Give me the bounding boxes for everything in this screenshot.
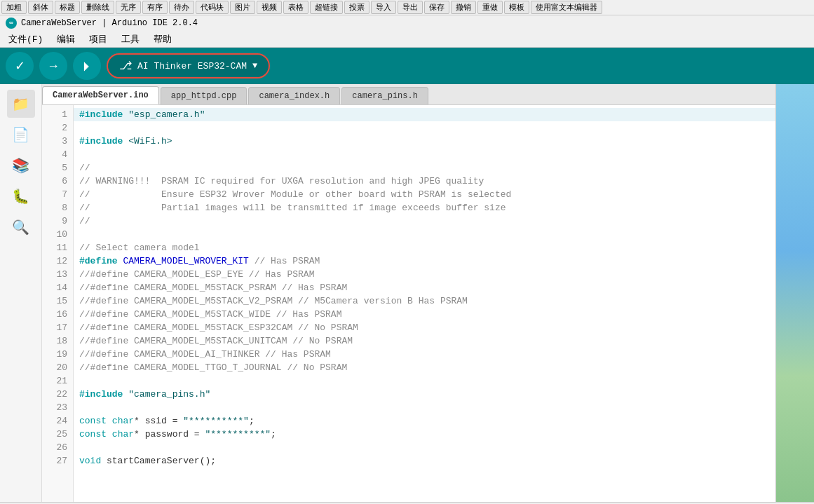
code-content[interactable]: #include "esp_camera.h" #include <WiFi.h…: [74, 105, 775, 502]
top-toolbar: 加粗 斜体 标题 删除线 无序 有序 待办 代码块 图片 视频 表格 超链接 投…: [0, 0, 814, 15]
sidebar-item-search[interactable]: 🔍: [7, 213, 35, 241]
italic-btn[interactable]: 斜体: [28, 1, 53, 14]
board-name: AI Thinker ESP32-CAM: [137, 61, 247, 71]
menu-edit[interactable]: 编辑: [54, 32, 78, 47]
line-num-8: 8: [42, 201, 73, 214]
verify-button[interactable]: ✓: [6, 52, 34, 80]
sidebar-item-book[interactable]: 📚: [7, 151, 35, 179]
line-num-15: 15: [42, 294, 73, 308]
sidebar-item-folder[interactable]: 📁: [7, 90, 35, 118]
line-num-25: 25: [42, 428, 73, 441]
tab-camerawebserver[interactable]: CameraWebServer.ino: [42, 86, 159, 104]
dropdown-arrow-icon: ▼: [252, 61, 257, 71]
sidebar-item-debug[interactable]: 🐛: [7, 182, 35, 210]
line-num-4: 4: [42, 148, 73, 161]
redo-btn[interactable]: 重做: [477, 1, 503, 14]
line-num-18: 18: [42, 334, 73, 348]
line-num-20: 20: [42, 361, 73, 374]
line-num-24: 24: [42, 414, 73, 428]
unordered-btn[interactable]: 无序: [116, 1, 141, 14]
app-title: CameraWebServer | Arduino IDE 2.0.4: [21, 18, 198, 28]
line-num-9: 9: [42, 214, 73, 228]
line-num-3: 3: [42, 135, 73, 148]
line-num-6: 6: [42, 175, 73, 188]
image-btn[interactable]: 图片: [230, 1, 255, 14]
line-num-13: 13: [42, 268, 73, 281]
video-btn[interactable]: 视频: [257, 1, 282, 14]
vote-btn[interactable]: 投票: [344, 1, 369, 14]
debug-button[interactable]: ⏵: [73, 52, 101, 80]
line-num-19: 19: [42, 348, 73, 361]
line-numbers: 1 2 3 4 5 6 7 8 9 10 11 12 13 14 15 16 1…: [42, 105, 74, 502]
line-num-7: 7: [42, 188, 73, 201]
line-num-16: 16: [42, 308, 73, 321]
main-layout: 📁 📄 📚 🐛 🔍 CameraWebServer.ino app_httpd.…: [0, 84, 814, 502]
menu-project[interactable]: 项目: [86, 32, 110, 47]
editor-area: CameraWebServer.ino app_httpd.cpp camera…: [42, 84, 775, 502]
board-selector[interactable]: ⎇ AI Thinker ESP32-CAM ▼: [107, 53, 270, 79]
line-num-21: 21: [42, 374, 73, 388]
line-num-14: 14: [42, 281, 73, 294]
code-area: 1 2 3 4 5 6 7 8 9 10 11 12 13 14 15 16 1…: [42, 105, 775, 502]
line-num-12: 12: [42, 254, 73, 268]
arduino-logo: ∞: [6, 18, 17, 29]
tab-cameraindex[interactable]: camera_index.h: [248, 87, 340, 104]
hyperlink-btn[interactable]: 超链接: [310, 1, 343, 14]
line-num-23: 23: [42, 401, 73, 414]
upload-button[interactable]: →: [39, 52, 67, 80]
tabs-bar: CameraWebServer.ino app_httpd.cpp camera…: [42, 84, 775, 105]
template-btn[interactable]: 模板: [504, 1, 529, 14]
code-block-btn[interactable]: 代码块: [196, 1, 229, 14]
sidebar: 📁 📄 📚 🐛 🔍: [0, 84, 42, 502]
line-num-27: 27: [42, 454, 73, 468]
line-num-26: 26: [42, 441, 73, 454]
tab-camerapins[interactable]: camera_pins.h: [341, 87, 428, 104]
line-num-1: 1: [42, 108, 73, 121]
import-btn[interactable]: 导入: [371, 1, 396, 14]
strikethrough-btn[interactable]: 删除线: [81, 1, 114, 14]
line-num-22: 22: [42, 388, 73, 401]
line-num-10: 10: [42, 228, 73, 241]
line-num-5: 5: [42, 161, 73, 175]
tab-apphttpd[interactable]: app_httpd.cpp: [161, 87, 247, 104]
undo-btn[interactable]: 撤销: [451, 1, 476, 14]
save-btn[interactable]: 保存: [424, 1, 449, 14]
todo-btn[interactable]: 待办: [169, 1, 194, 14]
menu-bar: 文件(F) 编辑 项目 工具 帮助: [0, 31, 814, 48]
right-panel: [775, 84, 814, 502]
ordered-btn[interactable]: 有序: [142, 1, 168, 14]
usb-icon: ⎇: [119, 59, 132, 73]
title-bar: ∞ CameraWebServer | Arduino IDE 2.0.4: [0, 15, 814, 31]
action-toolbar: ✓ → ⏵ ⎇ AI Thinker ESP32-CAM ▼: [0, 48, 814, 84]
menu-help[interactable]: 帮助: [151, 32, 175, 47]
menu-tools[interactable]: 工具: [118, 32, 142, 47]
bold-btn[interactable]: 加粗: [1, 1, 27, 14]
table-btn[interactable]: 表格: [283, 1, 308, 14]
richtext-btn[interactable]: 使用富文本编辑器: [531, 1, 602, 14]
line-num-2: 2: [42, 121, 73, 135]
line-num-11: 11: [42, 241, 73, 254]
heading-btn[interactable]: 标题: [55, 1, 80, 14]
export-btn[interactable]: 导出: [398, 1, 423, 14]
line-num-17: 17: [42, 321, 73, 334]
menu-file[interactable]: 文件(F): [6, 32, 46, 47]
sidebar-item-file[interactable]: 📄: [7, 121, 35, 149]
